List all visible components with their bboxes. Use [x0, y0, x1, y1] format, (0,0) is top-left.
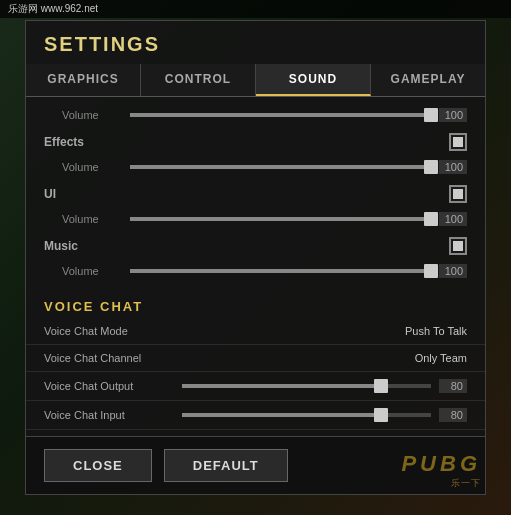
- voice-output-label: Voice Chat Output: [44, 380, 174, 392]
- ui-volume-value: 100: [439, 212, 467, 226]
- effects-checkbox[interactable]: [449, 133, 467, 151]
- ui-volume-slider[interactable]: [130, 217, 431, 221]
- tab-control[interactable]: CONTROL: [141, 64, 256, 96]
- effects-volume-label: Volume: [62, 161, 122, 173]
- music-volume-row: Volume 100: [26, 259, 485, 283]
- effects-header: Effects: [26, 127, 485, 155]
- voice-input-row: Voice Chat Input 80: [26, 401, 485, 430]
- watermark: PUBG 乐一下: [401, 451, 481, 490]
- voice-output-row: Voice Chat Output 80: [26, 372, 485, 401]
- voice-chat-channel-label: Voice Chat Channel: [44, 352, 415, 364]
- settings-panel: SETTINGS GRAPHICS CONTROL SOUND GAMEPLAY…: [25, 20, 486, 495]
- music-checkbox[interactable]: [449, 237, 467, 255]
- voice-output-slider[interactable]: [182, 384, 431, 388]
- pubg-logo: PUBG: [401, 451, 481, 477]
- ui-label: UI: [44, 187, 449, 201]
- voice-chat-channel-value[interactable]: Only Team: [415, 352, 467, 364]
- voice-chat-mode-row: Voice Chat Mode Push To Talk: [26, 318, 485, 345]
- tab-graphics[interactable]: GRAPHICS: [26, 64, 141, 96]
- music-label: Music: [44, 239, 449, 253]
- default-button[interactable]: DEFAULT: [164, 449, 288, 482]
- master-volume-value: 100: [439, 108, 467, 122]
- voice-chat-title: VOICE CHAT: [26, 289, 485, 318]
- voice-chat-channel-row: Voice Chat Channel Only Team: [26, 345, 485, 372]
- content-area[interactable]: Volume 100 Effects Volume 100 UI V: [26, 97, 485, 436]
- effects-label: Effects: [44, 135, 449, 149]
- voice-chat-mode-label: Voice Chat Mode: [44, 325, 405, 337]
- music-header: Music: [26, 231, 485, 259]
- voice-output-value: 80: [439, 379, 467, 393]
- ui-checkbox[interactable]: [449, 185, 467, 203]
- effects-volume-row: Volume 100: [26, 155, 485, 179]
- music-volume-slider[interactable]: [130, 269, 431, 273]
- settings-title: SETTINGS: [26, 21, 485, 64]
- voice-chat-mode-value[interactable]: Push To Talk: [405, 325, 467, 337]
- watermark-site: 乐游网 www.962.net: [8, 2, 98, 16]
- master-volume-label: Volume: [62, 109, 122, 121]
- tab-sound[interactable]: SOUND: [256, 64, 371, 96]
- close-button[interactable]: CLOSE: [44, 449, 152, 482]
- ui-volume-label: Volume: [62, 213, 122, 225]
- effects-volume-slider[interactable]: [130, 165, 431, 169]
- ui-header: UI: [26, 179, 485, 207]
- watermark-bar: 乐游网 www.962.net: [0, 0, 511, 18]
- watermark-sub: 乐一下: [451, 477, 481, 490]
- tab-gameplay[interactable]: GAMEPLAY: [371, 64, 485, 96]
- effects-volume-value: 100: [439, 160, 467, 174]
- master-volume-row: Volume 100: [26, 103, 485, 127]
- voice-input-value: 80: [439, 408, 467, 422]
- music-volume-value: 100: [439, 264, 467, 278]
- voice-input-label: Voice Chat Input: [44, 409, 174, 421]
- tabs-bar: GRAPHICS CONTROL SOUND GAMEPLAY: [26, 64, 485, 97]
- master-volume-slider[interactable]: [130, 113, 431, 117]
- voice-input-slider[interactable]: [182, 413, 431, 417]
- music-volume-label: Volume: [62, 265, 122, 277]
- ui-volume-row: Volume 100: [26, 207, 485, 231]
